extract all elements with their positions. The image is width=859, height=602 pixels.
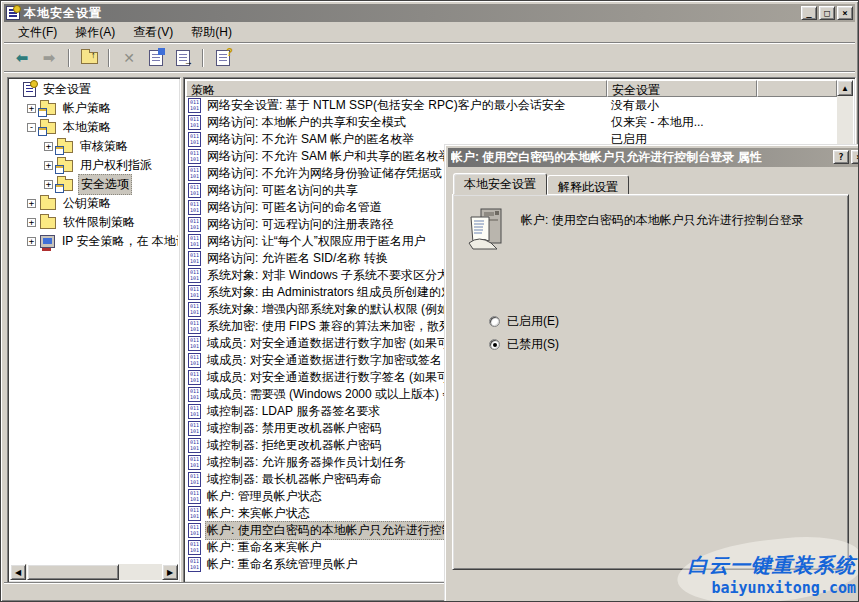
tree-item-label[interactable]: 用户权利指派 (78, 156, 154, 175)
svg-text:101: 101 (190, 462, 199, 468)
policy-binary-icon: 011 101 (188, 132, 201, 147)
tree-item[interactable]: 安全设置 (10, 80, 178, 99)
tree-item-label[interactable]: 帐户策略 (61, 99, 113, 118)
svg-text:101: 101 (190, 105, 199, 111)
column-header-policy[interactable]: 策略 (186, 80, 607, 97)
toolbar: ⬅ ➡ ↑ ✕ → ? (4, 44, 855, 72)
policy-computer-icon (467, 207, 507, 253)
properties-button[interactable] (144, 47, 168, 69)
policy-binary-icon: 011 101 (188, 387, 201, 402)
tree-item-icon (57, 141, 73, 153)
tree-expander-icon[interactable]: + (44, 161, 53, 170)
menu-action[interactable]: 操作(A) (66, 22, 124, 43)
dialog-close-button[interactable]: × (851, 150, 859, 164)
tree-item[interactable]: + 审核策略 (10, 137, 178, 156)
toolbar-separator (202, 49, 204, 67)
tree-item-label[interactable]: 安全设置 (41, 80, 93, 99)
forward-arrow-icon: ➡ (43, 50, 56, 65)
policy-binary-icon: 011 101 (188, 489, 201, 504)
svg-text:101: 101 (190, 343, 199, 349)
policy-row[interactable]: 011 101 网络访问: 本地帐户的共享和安全模式 仅来宾 - 本地用... (186, 114, 837, 131)
tab-explain-setting[interactable]: 解释此设置 (547, 175, 629, 195)
radio-disabled-label: 已禁用(S) (507, 336, 559, 353)
tree-item[interactable]: + 用户权利指派 (10, 156, 178, 175)
toolbar-separator (68, 49, 70, 67)
tree-item-label[interactable]: 软件限制策略 (61, 213, 137, 232)
svg-text:101: 101 (190, 496, 199, 502)
tree-item-label[interactable]: 安全选项 (78, 174, 132, 195)
tree-expander-icon[interactable]: + (27, 199, 36, 208)
tree-expander-icon[interactable]: + (44, 180, 53, 189)
policy-binary-icon: 011 101 (188, 353, 201, 368)
tree-item[interactable]: + 软件限制策略 (10, 213, 178, 232)
tree-item-label[interactable]: IP 安全策略，在 本地计算机 (60, 232, 178, 251)
radio-disabled-icon[interactable] (489, 339, 500, 350)
policy-binary-icon: 011 101 (188, 285, 201, 300)
export-list-button[interactable]: → (171, 47, 195, 69)
tree-expander-icon[interactable]: + (27, 218, 36, 227)
scroll-right-button[interactable]: ▶ (162, 564, 178, 580)
policy-binary-icon: 011 101 (188, 336, 201, 351)
tree-expander-icon[interactable]: + (44, 142, 53, 151)
policy-binary-icon: 011 101 (188, 166, 201, 181)
radio-enabled-icon[interactable] (489, 316, 500, 327)
tree-item-label[interactable]: 审核策略 (78, 137, 130, 156)
menu-file[interactable]: 文件(F) (9, 22, 66, 43)
svg-text:101: 101 (190, 275, 199, 281)
maximize-button[interactable]: □ (819, 6, 835, 20)
tree-item[interactable]: + 公钥策略 (10, 194, 178, 213)
tree-item-label[interactable]: 本地策略 (61, 118, 113, 137)
tree-expander-icon[interactable]: + (27, 237, 36, 246)
policy-setting: 仅来宾 - 本地用... (607, 114, 757, 131)
minimize-button[interactable]: _ (801, 6, 817, 20)
tree-horizontal-scrollbar[interactable]: ◀ ▶ (10, 564, 178, 580)
svg-text:101: 101 (190, 224, 199, 230)
console-tree-panel: 安全设置 + 帐户策略 - 本地策略 + 审核策略 + 用户权利指派 + 安全选… (7, 77, 181, 583)
tree-item-icon (23, 82, 36, 97)
scroll-up-button[interactable]: ▲ (837, 80, 853, 96)
tree-item[interactable]: + 帐户策略 (10, 99, 178, 118)
delete-button[interactable]: ✕ (117, 47, 141, 69)
policy-binary-icon: 011 101 (188, 302, 201, 317)
policy-binary-icon: 011 101 (188, 472, 201, 487)
radio-enabled-label: 已启用(E) (507, 313, 559, 330)
policy-binary-icon: 011 101 (188, 268, 201, 283)
scroll-thumb[interactable] (27, 564, 119, 580)
tree-item[interactable]: + 安全选项 (10, 175, 178, 194)
tree-item[interactable]: + IP 安全策略，在 本地计算机 (10, 232, 178, 251)
tree-item-label[interactable]: 公钥策略 (61, 194, 113, 213)
policy-row[interactable]: 011 101 网络安全设置: 基于 NTLM SSP(包括安全 RPC)客户的… (186, 97, 837, 114)
tree-item-icon (40, 235, 55, 248)
tree-expander-icon[interactable]: - (27, 123, 36, 132)
tree-item-icon (40, 122, 56, 134)
column-header-setting[interactable]: 安全设置 (607, 80, 757, 97)
tab-local-security-setting[interactable]: 本地安全设置 (453, 173, 547, 195)
help-button[interactable]: ? (211, 47, 235, 69)
menu-help[interactable]: 帮助(H) (182, 22, 241, 43)
app-icon (6, 6, 20, 20)
dialog-help-button[interactable]: ? (833, 150, 849, 164)
close-button[interactable]: × (837, 6, 853, 20)
local-security-settings-window: 本地安全设置 _ □ × 文件(F) 操作(A) 查看(V) 帮助(H) ⬅ ➡… (0, 0, 859, 602)
window-titlebar[interactable]: 本地安全设置 _ □ × (4, 4, 855, 22)
svg-text:101: 101 (190, 547, 199, 553)
menu-view[interactable]: 查看(V) (124, 22, 182, 43)
svg-text:101: 101 (190, 530, 199, 536)
svg-text:101: 101 (190, 564, 199, 570)
policy-binary-icon: 011 101 (188, 234, 201, 249)
forward-button[interactable]: ➡ (37, 47, 61, 69)
up-level-button[interactable]: ↑ (77, 47, 101, 69)
tree-item[interactable]: - 本地策略 (10, 118, 178, 137)
list-header: 策略 安全设置 (186, 80, 837, 97)
back-button[interactable]: ⬅ (10, 47, 34, 69)
radio-option-enabled[interactable]: 已启用(E) (489, 313, 559, 330)
scroll-left-button[interactable]: ◀ (10, 564, 26, 580)
svg-text:101: 101 (190, 394, 199, 400)
column-header-filler (757, 80, 837, 97)
policy-binary-icon: 011 101 (188, 523, 201, 538)
dialog-titlebar[interactable]: 帐户: 使用空白密码的本地帐户只允许进行控制台登录 属性 (448, 148, 859, 167)
watermark-url: baiyunxitong.com (681, 579, 856, 597)
policy-properties-dialog: 帐户: 使用空白密码的本地帐户只允许进行控制台登录 属性 ? × 本地安全设置 … (444, 144, 859, 602)
tree-expander-icon[interactable]: + (27, 104, 36, 113)
radio-option-disabled[interactable]: 已禁用(S) (489, 336, 559, 353)
